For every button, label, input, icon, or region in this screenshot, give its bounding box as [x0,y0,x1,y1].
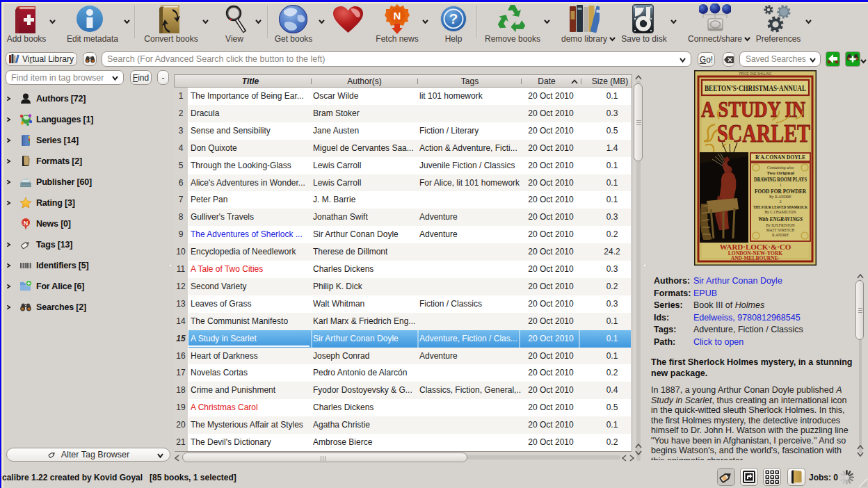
svg-text:N: N [394,10,401,22]
svg-text:Two Original: Two Original [766,170,794,176]
svg-text:2: 2 [780,200,782,204]
svg-text:?: ? [449,10,458,26]
svg-text:Containing also: Containing also [767,165,794,170]
svg-text:FOOD FOR POWDER: FOOD FOR POWDER [755,188,807,195]
svg-text:AND·MELBOURNE·: AND·MELBOURNE· [731,255,780,261]
svg-text:N: N [24,220,29,227]
svg-text:DRAWING ROOM PLAYS: DRAWING ROOM PLAYS [754,177,807,183]
svg-text:By D.H.FRISTON: By D.H.FRISTON [766,223,794,227]
svg-text:With ENGRAVINGS: With ENGRAVINGS [758,216,803,222]
svg-text:A STUDY IN: A STUDY IN [701,97,805,122]
svg-text:R.ANDRE: R.ANDRE [772,233,789,237]
svg-text:BEETON’S·CHRISTMAS·ANNUAL: BEETON’S·CHRISTMAS·ANNUAL [705,83,806,93]
svg-text:THE FOUR LEAVED SHAMROCK: THE FOUR LEAVED SHAMROCK [753,204,807,210]
svg-text:BʹA.CONAN DOYLE: BʹA.CONAN DOYLE [755,154,805,161]
svg-text:1: 1 [780,183,782,187]
svg-text:By C.J.HAMILTON: By C.J.HAMILTON [764,210,796,214]
svg-text:PRICE ONE SHILLING: PRICE ONE SHILLING [739,72,772,76]
svg-text:By R.ANDRE: By R.ANDRE [769,195,791,199]
svg-text:MATT STRETCH: MATT STRETCH [766,228,795,232]
